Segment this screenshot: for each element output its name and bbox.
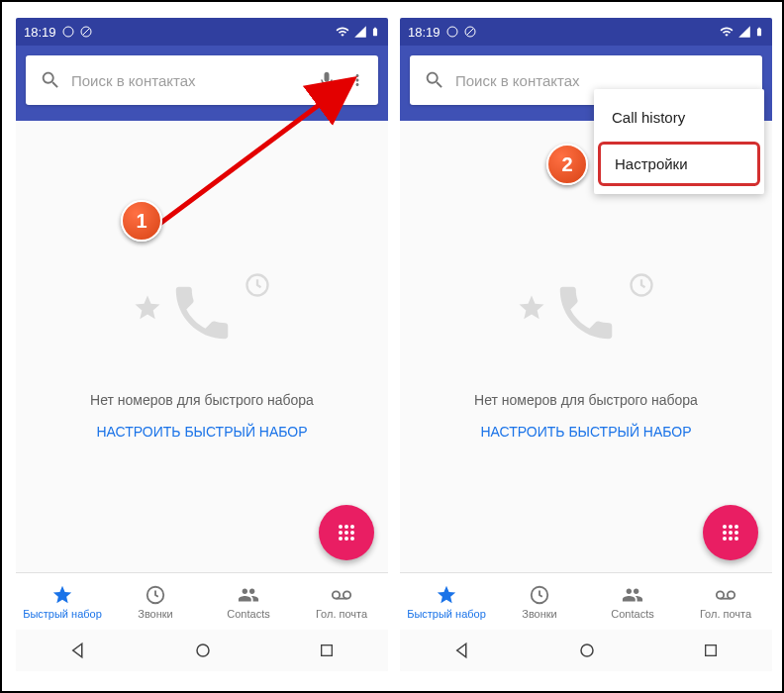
svg-point-7 bbox=[339, 531, 343, 535]
recent-button[interactable] bbox=[703, 643, 719, 658]
svg-point-31 bbox=[735, 537, 738, 541]
signal-icon bbox=[353, 25, 367, 39]
svg-point-5 bbox=[344, 525, 348, 529]
nav-voicemail[interactable]: Гол. почта bbox=[679, 573, 772, 630]
empty-message: Нет номеров для быстрого набора bbox=[474, 392, 698, 408]
battery-icon bbox=[754, 24, 764, 40]
search-bar[interactable]: Поиск в контактах bbox=[26, 55, 378, 105]
svg-rect-37 bbox=[706, 645, 717, 656]
nav-label: Звонки bbox=[138, 608, 173, 620]
menu-call-history[interactable]: Call history bbox=[594, 95, 764, 140]
home-button[interactable] bbox=[194, 642, 212, 659]
star-icon bbox=[133, 293, 162, 323]
clock-icon bbox=[529, 584, 550, 606]
back-button[interactable] bbox=[69, 642, 87, 659]
voicemail-icon bbox=[331, 584, 352, 606]
back-button[interactable] bbox=[453, 642, 471, 659]
svg-point-9 bbox=[350, 531, 354, 535]
setup-speed-dial-link[interactable]: НАСТРОИТЬ БЫСТРЫЙ НАБОР bbox=[96, 424, 307, 440]
svg-point-6 bbox=[350, 525, 354, 529]
svg-line-2 bbox=[83, 29, 89, 35]
wifi-icon bbox=[335, 25, 350, 39]
svg-point-33 bbox=[717, 591, 724, 598]
home-button[interactable] bbox=[578, 642, 596, 659]
people-icon bbox=[622, 584, 643, 606]
nav-speed-dial[interactable]: Быстрый набор bbox=[400, 573, 493, 630]
svg-point-28 bbox=[735, 531, 738, 535]
bottom-nav: Быстрый набор Звонки Contacts Гол. почта bbox=[400, 572, 772, 630]
status-time: 18:19 bbox=[408, 25, 441, 40]
annotation-badge-2: 2 bbox=[546, 144, 588, 185]
nav-label: Гол. почта bbox=[316, 608, 367, 620]
phone-screenshot-2: 18:19 Поиск в контактах Call history Нас… bbox=[400, 18, 772, 671]
dialpad-fab[interactable] bbox=[319, 505, 374, 560]
svg-point-10 bbox=[339, 537, 343, 541]
status-icon bbox=[446, 26, 458, 38]
nav-speed-dial[interactable]: Быстрый набор bbox=[16, 573, 109, 630]
star-icon bbox=[517, 293, 546, 323]
search-placeholder: Поиск в контактах bbox=[71, 72, 309, 89]
svg-point-19 bbox=[447, 27, 457, 37]
phone-screenshot-1: 18:19 Поиск в контактах Нет номеров для … bbox=[16, 18, 388, 671]
people-icon bbox=[238, 584, 259, 606]
nav-contacts[interactable]: Contacts bbox=[586, 573, 679, 630]
svg-point-8 bbox=[344, 531, 348, 535]
nav-label: Быстрый набор bbox=[23, 608, 102, 620]
app-header: Поиск в контактах bbox=[16, 46, 388, 121]
annotation-badge-1: 1 bbox=[121, 200, 162, 242]
battery-icon bbox=[370, 24, 380, 40]
more-menu-button[interactable] bbox=[344, 66, 370, 94]
dialpad-fab[interactable] bbox=[703, 505, 758, 560]
clock-icon bbox=[145, 584, 166, 606]
status-bar: 18:19 bbox=[400, 18, 772, 46]
svg-point-17 bbox=[197, 644, 209, 656]
nav-label: Звонки bbox=[522, 608, 557, 620]
svg-point-4 bbox=[339, 525, 343, 529]
svg-point-29 bbox=[723, 537, 727, 541]
svg-point-0 bbox=[63, 27, 73, 37]
svg-point-11 bbox=[344, 537, 348, 541]
nav-label: Быстрый набор bbox=[407, 608, 486, 620]
status-bar: 18:19 bbox=[16, 18, 388, 46]
svg-point-14 bbox=[333, 591, 340, 598]
svg-point-34 bbox=[728, 591, 735, 598]
recent-button[interactable] bbox=[319, 643, 335, 658]
svg-rect-18 bbox=[322, 645, 333, 656]
menu-settings[interactable]: Настройки bbox=[598, 142, 760, 186]
nav-calls[interactable]: Звонки bbox=[493, 573, 586, 630]
phone-handset-icon bbox=[167, 278, 237, 347]
status-icon bbox=[80, 26, 92, 38]
svg-point-25 bbox=[735, 525, 738, 529]
nav-contacts[interactable]: Contacts bbox=[202, 573, 295, 630]
nav-voicemail[interactable]: Гол. почта bbox=[295, 573, 388, 630]
overflow-menu: Call history Настройки bbox=[594, 89, 764, 194]
svg-point-24 bbox=[729, 525, 733, 529]
status-time: 18:19 bbox=[24, 25, 56, 40]
bottom-nav: Быстрый набор Звонки Contacts Гол. почта bbox=[16, 572, 388, 630]
status-icon bbox=[62, 26, 74, 38]
svg-point-27 bbox=[729, 531, 733, 535]
svg-line-21 bbox=[467, 29, 473, 35]
clock-icon bbox=[628, 271, 655, 299]
empty-content: Нет номеров для быстрого набора НАСТРОИТ… bbox=[16, 121, 388, 572]
status-icon bbox=[464, 26, 476, 38]
nav-label: Contacts bbox=[227, 608, 269, 620]
android-nav-bar bbox=[400, 630, 772, 671]
setup-speed-dial-link[interactable]: НАСТРОИТЬ БЫСТРЫЙ НАБОР bbox=[480, 424, 691, 440]
search-icon bbox=[40, 69, 61, 91]
nav-calls[interactable]: Звонки bbox=[109, 573, 202, 630]
search-placeholder: Поиск в контактах bbox=[455, 72, 754, 89]
svg-point-12 bbox=[350, 537, 354, 541]
star-icon bbox=[436, 584, 457, 606]
mic-icon[interactable] bbox=[317, 70, 337, 90]
empty-state-illustration bbox=[123, 253, 281, 372]
svg-point-36 bbox=[581, 644, 593, 656]
clock-icon bbox=[244, 271, 271, 299]
star-icon bbox=[51, 584, 73, 606]
nav-label: Contacts bbox=[611, 608, 653, 620]
voicemail-icon bbox=[715, 584, 736, 606]
nav-label: Гол. почта bbox=[700, 608, 751, 620]
android-nav-bar bbox=[16, 630, 388, 671]
wifi-icon bbox=[719, 25, 735, 39]
svg-point-23 bbox=[723, 525, 727, 529]
